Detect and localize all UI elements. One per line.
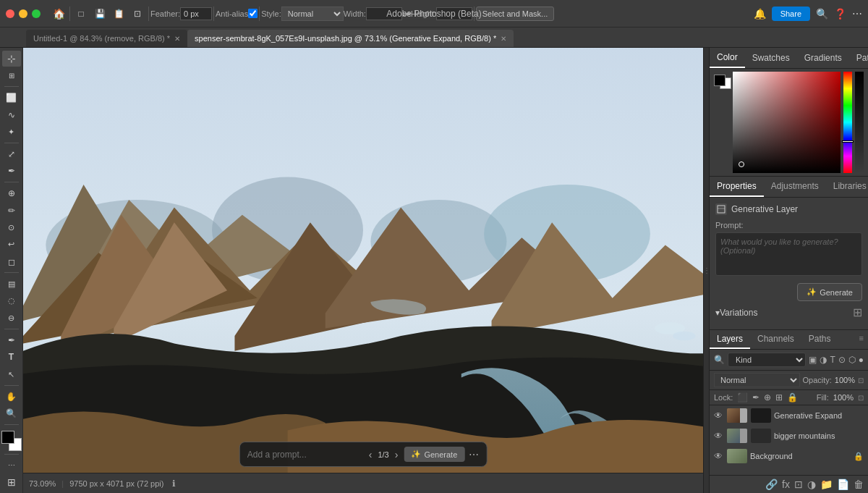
gen-prev-button[interactable]: ‹ xyxy=(367,447,374,462)
tab-channels[interactable]: Channels xyxy=(750,330,801,349)
tab-adjustments[interactable]: Adjustments xyxy=(764,177,826,197)
tab-gradients[interactable]: Gradients xyxy=(797,49,849,67)
eyedropper-tool[interactable]: ✒ xyxy=(2,164,21,180)
notification-icon[interactable]: 🔔 xyxy=(754,8,766,20)
lasso-tool[interactable]: ∿ xyxy=(2,107,21,123)
dodge-tool[interactable]: ⊖ xyxy=(2,311,21,326)
color-gradient-area[interactable] xyxy=(733,72,841,173)
effect-filter-icon[interactable]: ⬡ xyxy=(848,355,856,365)
layer-item-background[interactable]: 👁 Background 🔒 xyxy=(710,446,868,466)
search-icon[interactable]: 🔍 xyxy=(816,8,828,20)
tab-layers[interactable]: Layers xyxy=(710,330,750,349)
tab-untitled[interactable]: Untitled-1 @ 84.3% (remove, RGB/8) * ✕ xyxy=(26,30,187,47)
feather-input[interactable] xyxy=(180,7,212,20)
blend-mode-select[interactable]: Normal Multiply Screen Overlay xyxy=(714,373,800,387)
layer-item-bigger-mountains[interactable]: 👁 bigger mountains xyxy=(710,426,868,446)
lock-all-icon[interactable]: 🔒 xyxy=(787,392,798,403)
spot-heal-tool[interactable]: ⊕ xyxy=(2,185,21,201)
layers-kind-select[interactable]: Kind Name Effect Mode Attribute Color Sm… xyxy=(728,353,806,367)
history-brush-tool[interactable]: ↩ xyxy=(2,237,21,253)
pen-tool[interactable]: ✒ xyxy=(2,332,21,348)
anti-alias-checkbox[interactable] xyxy=(248,9,258,18)
new-layer-button[interactable]: 📄 xyxy=(837,479,849,490)
magic-wand-tool[interactable]: ✦ xyxy=(2,124,21,140)
gen-next-button[interactable]: › xyxy=(393,447,400,462)
eraser-tool[interactable]: ◻ xyxy=(2,254,21,270)
crop-tool[interactable]: ⤢ xyxy=(2,146,21,162)
filter-toggle-icon[interactable]: ● xyxy=(859,355,864,365)
add-mask-button[interactable]: ⊡ xyxy=(794,479,803,490)
adjust-layer-btn[interactable]: ⊞ xyxy=(2,474,21,490)
tab-color[interactable]: Color xyxy=(710,48,745,68)
style-select[interactable]: Normal Fixed Ratio Fixed Size xyxy=(281,7,344,21)
lock-pixel-icon[interactable]: ⬛ xyxy=(737,392,748,403)
hand-tool[interactable]: ✋ xyxy=(2,389,21,405)
maximize-button[interactable] xyxy=(32,9,41,18)
fg-color-square[interactable] xyxy=(714,75,726,86)
new-group-button[interactable]: 📁 xyxy=(820,479,833,490)
path-select-tool[interactable]: ↖ xyxy=(2,366,21,382)
fill-stepper[interactable]: ⊡ xyxy=(858,394,864,402)
zoom-tool[interactable]: 🔍 xyxy=(2,405,21,421)
tab-libraries[interactable]: Libraries xyxy=(826,177,868,197)
type-filter-icon[interactable]: T xyxy=(830,355,835,365)
add-effect-button[interactable]: fx xyxy=(782,479,790,490)
clone-tool[interactable]: ⊙ xyxy=(2,219,21,235)
help-icon[interactable]: ❓ xyxy=(834,8,846,20)
link-layers-button[interactable]: 🔗 xyxy=(765,479,778,490)
more-tools-btn[interactable]: ⋯ xyxy=(2,458,21,473)
alpha-slider[interactable] xyxy=(855,72,864,173)
layer-vis-background[interactable]: 👁 xyxy=(714,451,724,461)
marquee-tool[interactable]: ⬜ xyxy=(2,90,21,106)
share-doc-icon[interactable]: 📋 xyxy=(109,4,128,23)
pixel-filter-icon[interactable]: ▣ xyxy=(809,355,817,365)
gen-generate-button[interactable]: ✨ Generate xyxy=(404,447,464,462)
tab-paths[interactable]: Paths xyxy=(801,330,838,349)
minimize-button[interactable] xyxy=(19,9,27,18)
dimensions-info-icon[interactable]: ℹ xyxy=(172,479,176,489)
properties-generate-button[interactable]: ✨ Generate xyxy=(797,283,862,301)
tab-swatches[interactable]: Swatches xyxy=(745,49,797,67)
tab-properties[interactable]: Properties xyxy=(710,177,764,197)
fg-color-swatch[interactable] xyxy=(1,431,14,444)
canvas-image[interactable] xyxy=(23,48,703,473)
tab-spenser[interactable]: spenser-sembrat-8gK_057Es9I-unsplash.jpg… xyxy=(187,30,514,47)
share-button[interactable]: Share xyxy=(772,7,810,21)
close-button[interactable] xyxy=(6,9,14,18)
save-icon[interactable]: 💾 xyxy=(90,4,109,23)
smart-filter-icon[interactable]: ⊙ xyxy=(838,355,846,365)
tab-patterns[interactable]: Patterns xyxy=(849,49,868,67)
new-fill-button[interactable]: ◑ xyxy=(807,479,816,490)
tab-untitled-close[interactable]: ✕ xyxy=(174,35,180,43)
select-mask-button[interactable]: Select and Mask... xyxy=(476,7,555,21)
frame-icon[interactable]: ⊡ xyxy=(128,4,147,23)
artboard-tool[interactable]: ⊞ xyxy=(2,68,21,84)
variations-header[interactable]: ▾ Variations ⊞ xyxy=(715,301,862,324)
blur-tool[interactable]: ◌ xyxy=(2,293,21,309)
brush-tool[interactable]: ✏ xyxy=(2,203,21,219)
adjustment-filter-icon[interactable]: ◑ xyxy=(820,355,827,365)
lock-artboard-icon[interactable]: ⊞ xyxy=(775,392,783,403)
hue-slider[interactable] xyxy=(843,72,852,173)
layer-vis-generative-expand[interactable]: 👁 xyxy=(714,410,724,421)
lock-transform-icon[interactable]: ⊕ xyxy=(764,392,771,403)
gen-prompt-input[interactable] xyxy=(247,450,363,460)
traffic-lights[interactable] xyxy=(6,9,41,18)
opacity-stepper[interactable]: ⊡ xyxy=(858,376,864,384)
variations-grid-icon[interactable]: ⊞ xyxy=(853,306,862,319)
move-tool[interactable]: ⊹ xyxy=(2,51,21,67)
gradient-tool[interactable]: ▤ xyxy=(2,276,21,292)
lock-position-icon[interactable]: ✒ xyxy=(752,392,760,403)
layer-item-generative-expand[interactable]: 👁 Generative Expand xyxy=(710,405,868,426)
gen-more-button[interactable]: ⋯ xyxy=(469,449,479,460)
panel-collapse-handle[interactable]: ⋮ xyxy=(703,48,709,493)
text-tool[interactable]: T xyxy=(2,350,21,366)
delete-layer-button[interactable]: 🗑 xyxy=(854,479,864,490)
more-icon[interactable]: ⋯ xyxy=(852,8,862,20)
layer-vis-bigger-mountains[interactable]: 👁 xyxy=(714,431,724,441)
new-doc-icon[interactable]: □ xyxy=(72,4,90,23)
layers-panel-more[interactable]: ≡ xyxy=(855,330,868,349)
tab-spenser-close[interactable]: ✕ xyxy=(501,35,506,43)
prompt-box[interactable]: What would you like to generate? (Option… xyxy=(715,232,862,276)
home-icon[interactable]: 🏠 xyxy=(49,4,68,23)
